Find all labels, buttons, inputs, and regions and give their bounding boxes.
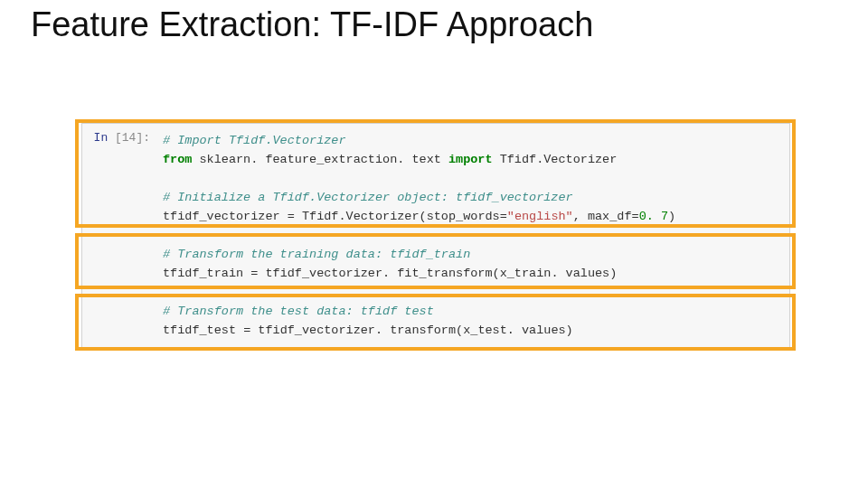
slide: Feature Extraction: TF-IDF Approach In […	[0, 0, 868, 488]
kw-import: import	[448, 153, 493, 166]
prompt-in: In	[94, 131, 115, 145]
code-line-1: # Import Tfidf.Vectorizer	[163, 134, 346, 147]
code-cell-inner: In [14]: # Import Tfidf.Vectorizer from …	[82, 124, 789, 349]
code-cell: In [14]: # Import Tfidf.Vectorizer from …	[81, 123, 790, 350]
code-line-10: # Transform the test data: tfidf test	[163, 305, 434, 318]
kw-from: from	[163, 153, 192, 166]
code-line-7: # Transform the training data: tfidf_tra…	[163, 248, 470, 261]
code-line-4: # Initialize a Tfidf.Vectorizer object: …	[163, 191, 573, 204]
page-title: Feature Extraction: TF-IDF Approach	[31, 5, 593, 44]
code-body: # Import Tfidf.Vectorizer from sklearn. …	[157, 124, 789, 349]
prompt-num: [14]:	[115, 131, 150, 145]
cell-prompt: In [14]:	[82, 124, 157, 145]
